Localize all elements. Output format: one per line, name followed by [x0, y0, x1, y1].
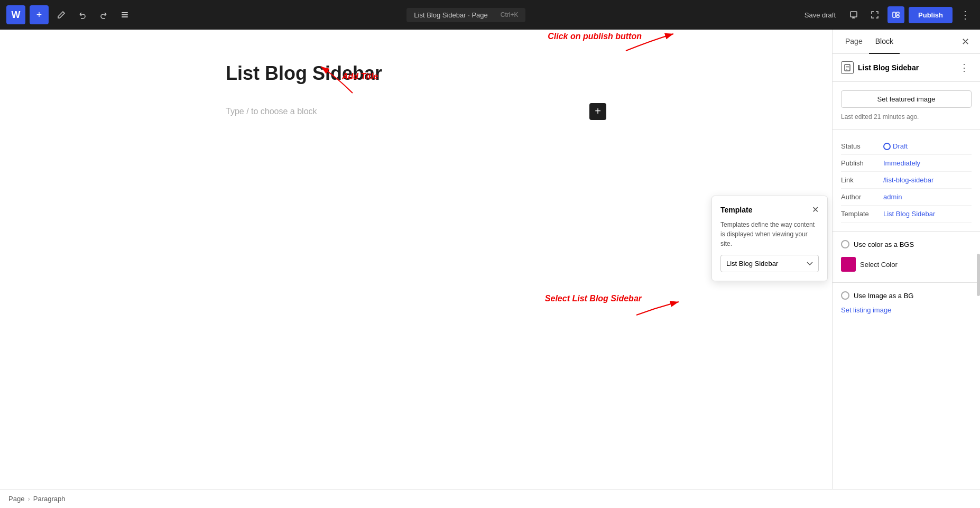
toolbar: W + List Blog Sidebar · Page Ctrl+K Save…	[0, 0, 980, 30]
svg-rect-3	[850, 12, 857, 17]
page-icon	[841, 61, 854, 74]
last-edited-text: Last edited 21 minutes ago.	[841, 113, 972, 121]
breadcrumb-paragraph: Paragraph	[33, 495, 66, 503]
publish-button[interactable]: Publish	[909, 7, 953, 23]
template-popup-title: Template	[720, 206, 752, 214]
color-swatch	[841, 257, 856, 272]
sidebar-page-header: List Blog Sidebar ⋮	[833, 54, 980, 82]
status-value[interactable]: Draft	[883, 142, 972, 150]
link-value[interactable]: /list-blog-sidebar	[883, 176, 972, 184]
page-info-button[interactable]: List Blog Sidebar · Page Ctrl+K	[406, 8, 525, 22]
editor-content: List Blog Sidebar Type / to choose a blo…	[226, 61, 606, 124]
sidebar-tabs: Page Block ✕	[833, 30, 980, 54]
use-color-bgs-radio[interactable]	[841, 240, 849, 248]
fullscreen-button[interactable]	[866, 6, 883, 23]
publish-arrow	[621, 30, 684, 61]
bottom-bar: Page › Paragraph	[0, 489, 980, 508]
redo-button[interactable]	[95, 6, 112, 23]
tab-page[interactable]: Page	[839, 30, 869, 54]
breadcrumb-page: Page	[8, 495, 24, 503]
svg-rect-1	[122, 14, 128, 15]
toolbar-right: Save draft Publish ⋮	[799, 6, 974, 23]
template-label: Template	[841, 210, 883, 218]
template-select-dropdown[interactable]: List Blog Sidebar Default Template Full …	[720, 255, 819, 272]
status-label: Status	[841, 142, 883, 150]
author-value[interactable]: admin	[883, 193, 972, 201]
link-row: Link /list-blog-sidebar	[841, 172, 972, 189]
template-popup-header: Template ✕	[720, 205, 819, 215]
breadcrumb-separator: ›	[27, 495, 30, 503]
publish-annotation: Click on publish button	[548, 32, 642, 41]
svg-rect-2	[122, 16, 128, 17]
svg-rect-6	[896, 15, 899, 17]
featured-image-section: Set featured image Last edited 21 minute…	[833, 82, 980, 130]
sidebar-close-button[interactable]: ✕	[957, 33, 974, 50]
author-label: Author	[841, 193, 883, 201]
select-color-button[interactable]: Select Color	[841, 255, 898, 274]
use-color-bgs-row: Use color as a BGS	[841, 240, 972, 248]
add-block-button[interactable]: +	[30, 5, 49, 24]
meta-section: Status Draft Publish Immediately Link /l…	[833, 130, 980, 232]
save-draft-button[interactable]: Save draft	[799, 8, 841, 22]
template-row: Template List Blog Sidebar	[841, 206, 972, 223]
edit-tool-button[interactable]	[53, 6, 70, 23]
scrollbar[interactable]	[977, 254, 980, 296]
author-row: Author admin	[841, 189, 972, 206]
list-view-button[interactable]	[116, 6, 133, 23]
placeholder-text: Type / to choose a block	[226, 107, 317, 116]
template-popup-description: Templates define the way content is disp…	[720, 220, 819, 248]
page-info-title: List Blog Sidebar · Page	[414, 11, 487, 19]
select-color-label: Select Color	[860, 261, 898, 269]
right-sidebar: Page Block ✕ List Blog Sidebar ⋮ Set fea…	[832, 30, 980, 508]
use-image-bg-radio[interactable]	[841, 291, 849, 300]
svg-rect-0	[122, 12, 128, 13]
publish-row: Publish Immediately	[841, 155, 972, 172]
color-section: Use color as a BGS Select Color	[833, 232, 980, 283]
more-options-button[interactable]: ⋮	[957, 6, 974, 23]
use-image-bg-row: Use Image as a BG	[841, 291, 972, 300]
use-color-bgs-label: Use color as a BGS	[854, 241, 914, 248]
page-title[interactable]: List Blog Sidebar	[226, 61, 606, 86]
block-placeholder[interactable]: Type / to choose a block +	[226, 99, 606, 124]
template-popup-close-button[interactable]: ✕	[812, 205, 819, 215]
draft-circle-icon	[883, 143, 891, 150]
link-label: Link	[841, 176, 883, 184]
keyboard-shortcut: Ctrl+K	[501, 11, 519, 19]
sidebar-more-button[interactable]: ⋮	[957, 60, 972, 75]
toolbar-center: List Blog Sidebar · Page Ctrl+K	[137, 8, 795, 22]
set-listing-image-link[interactable]: Set listing image	[841, 306, 972, 314]
use-image-bg-label: Use Image as a BG	[854, 292, 913, 300]
select-template-arrow	[631, 299, 684, 326]
publish-label: Publish	[841, 159, 883, 167]
undo-button[interactable]	[74, 6, 91, 23]
template-value[interactable]: List Blog Sidebar	[883, 210, 972, 218]
main-layout: List Blog Sidebar Type / to choose a blo…	[0, 30, 980, 508]
bg-image-section: Use Image as a BG Set listing image	[833, 283, 980, 322]
svg-rect-4	[893, 12, 895, 17]
set-featured-image-button[interactable]: Set featured image	[841, 90, 972, 108]
wp-logo-icon: W	[6, 5, 25, 24]
template-popup: Template ✕ Templates define the way cont…	[711, 196, 828, 281]
editor-area: List Blog Sidebar Type / to choose a blo…	[0, 30, 832, 508]
svg-rect-5	[896, 12, 899, 14]
publish-value[interactable]: Immediately	[883, 159, 972, 167]
tab-block[interactable]: Block	[869, 30, 900, 54]
preview-button[interactable]	[845, 6, 862, 23]
select-template-annotation: Select List Blog Sidebar	[545, 294, 642, 303]
add-block-inline-button[interactable]: +	[589, 103, 606, 120]
status-text: Draft	[893, 142, 908, 150]
settings-button[interactable]	[887, 6, 904, 23]
status-row: Status Draft	[841, 138, 972, 155]
sidebar-page-title: List Blog Sidebar	[858, 63, 953, 72]
